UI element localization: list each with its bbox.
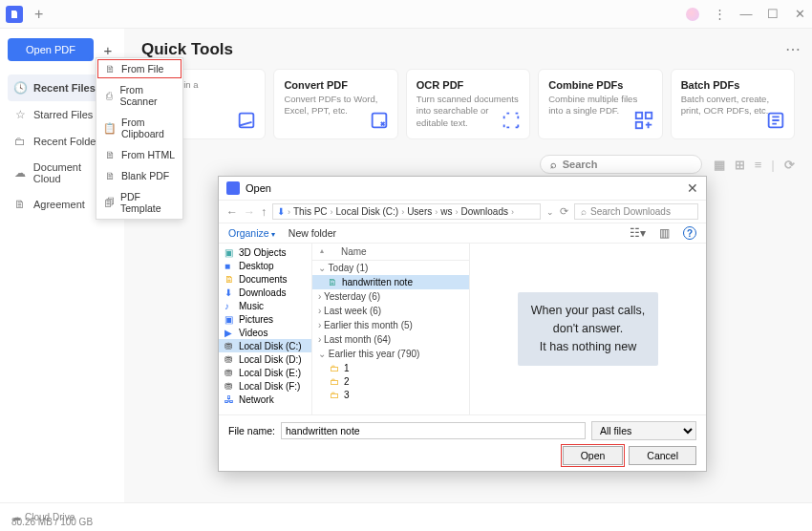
breadcrumb-segment[interactable]: Users xyxy=(407,206,432,217)
file-group[interactable]: Earlier this year (790) xyxy=(312,347,469,361)
sidebar-icon: ☆ xyxy=(13,108,27,121)
breadcrumb-segment[interactable]: Local Disk (C:) xyxy=(336,206,399,217)
file-group[interactable]: Yesterday (6) xyxy=(312,289,469,304)
nav-up-button[interactable]: ↑ xyxy=(261,205,267,219)
preview-line: It has nothing new xyxy=(531,338,646,356)
dropdown-icon: 🗎 xyxy=(104,170,116,181)
file-group[interactable]: Last week (6) xyxy=(312,304,469,318)
dropdown-item-pdf-template[interactable]: 🗐PDF Template xyxy=(96,186,182,219)
dialog-search-input[interactable]: ⌕ Search Downloads xyxy=(574,203,698,220)
breadcrumb-segment[interactable]: ws xyxy=(440,206,452,217)
tree-item[interactable]: ♪Music xyxy=(219,299,311,312)
view-list-icon[interactable]: ≡ xyxy=(755,158,762,172)
tool-icon xyxy=(765,110,786,131)
nav-back-button[interactable]: ← xyxy=(226,205,238,219)
tree-item[interactable]: 🗎Documents xyxy=(219,272,311,286)
tool-icon xyxy=(633,110,654,131)
tree-label: Local Disk (E:) xyxy=(239,368,301,378)
cancel-button[interactable]: Cancel xyxy=(629,446,696,465)
folder-icon: 🗀 xyxy=(330,363,340,373)
tree-item[interactable]: ■Desktop xyxy=(219,259,311,272)
close-button[interactable]: ✕ xyxy=(793,7,806,21)
tree-item[interactable]: 🖧Network xyxy=(219,393,311,406)
breadcrumb-dropdown[interactable]: ⌄ xyxy=(546,207,554,217)
tool-icon xyxy=(501,110,522,131)
filetype-select[interactable]: All files xyxy=(591,421,696,440)
dialog-close-button[interactable]: ✕ xyxy=(687,181,698,196)
tool-card[interactable]: Batch PDFsBatch convert, create, print, … xyxy=(671,69,795,139)
svg-rect-3 xyxy=(645,113,651,118)
folder-icon: 🗀 xyxy=(330,390,340,400)
new-tab-button[interactable]: + xyxy=(34,6,43,23)
dropdown-icon: 🗎 xyxy=(104,63,116,74)
sidebar-item-label: Starred Files xyxy=(33,109,93,120)
tree-item[interactable]: ▣3D Objects xyxy=(219,245,311,259)
add-button[interactable]: + xyxy=(99,42,117,58)
folder-icon: ⛃ xyxy=(224,381,235,392)
folder-item[interactable]: 🗀3 xyxy=(312,388,469,401)
file-label: handwritten note xyxy=(342,277,413,287)
preview-line: When your past calls, xyxy=(531,302,646,320)
search-icon: ⌕ xyxy=(581,206,587,217)
tool-card[interactable]: Convert PDFConvert PDFs to Word, Excel, … xyxy=(273,69,397,139)
folder-icon: ⛃ xyxy=(224,354,235,365)
account-icon[interactable] xyxy=(686,8,699,21)
tree-item[interactable]: ▶Videos xyxy=(219,326,311,339)
tree-item[interactable]: ⬇Downloads xyxy=(219,286,311,299)
refresh-button[interactable]: ⟳ xyxy=(560,205,568,218)
breadcrumb-segment[interactable]: This PC xyxy=(293,206,328,217)
tree-label: Music xyxy=(239,301,264,311)
search-icon: ⌕ xyxy=(550,159,557,170)
tree-item[interactable]: ⛃Local Disk (F:) xyxy=(219,379,311,393)
tree-item[interactable]: ▣Pictures xyxy=(219,312,311,326)
folder-item[interactable]: 🗀1 xyxy=(312,361,469,374)
file-group[interactable]: Last month (64) xyxy=(312,332,469,347)
tree-item[interactable]: ⛃Local Disk (E:) xyxy=(219,366,311,379)
file-group[interactable]: Today (1) xyxy=(312,261,469,275)
minimize-button[interactable]: — xyxy=(739,7,753,21)
file-item[interactable]: 🗎handwritten note xyxy=(312,275,469,289)
tree-label: Documents xyxy=(239,274,288,285)
organize-menu[interactable]: Organize xyxy=(228,227,275,239)
sidebar-item-label: Recent Files xyxy=(33,82,96,94)
tool-title: Batch PDFs xyxy=(681,79,784,91)
tool-card[interactable]: Combine PDFsCombine multiple files into … xyxy=(538,69,662,139)
file-group[interactable]: Earlier this month (5) xyxy=(312,318,469,332)
help-icon[interactable]: ? xyxy=(683,226,696,240)
open-button[interactable]: Open xyxy=(563,446,624,465)
breadcrumb-segment[interactable]: Downloads xyxy=(461,206,508,217)
dropdown-label: PDF Template xyxy=(120,191,175,214)
dropdown-item-from-html[interactable]: 🗎From HTML xyxy=(96,144,182,165)
open-pdf-button[interactable]: Open PDF xyxy=(8,38,94,61)
breadcrumb[interactable]: ⬇ ›This PC›Local Disk (C:)›Users›ws›Down… xyxy=(272,203,541,220)
name-column-header[interactable]: Name xyxy=(341,246,367,257)
dropdown-item-blank-pdf[interactable]: 🗎Blank PDF xyxy=(96,165,182,186)
dropdown-label: Blank PDF xyxy=(121,170,169,181)
tree-item[interactable]: ⛃Local Disk (D:) xyxy=(219,352,311,366)
view-grid-icon[interactable]: ▦ xyxy=(714,158,725,172)
refresh-icon[interactable]: ⟳ xyxy=(784,158,795,172)
view-thumb-icon[interactable]: ⊞ xyxy=(735,158,745,172)
dropdown-item-from-clipboard[interactable]: 📋From Clipboard xyxy=(96,112,182,144)
tool-card[interactable]: OCR PDFTurn scanned documents into searc… xyxy=(406,69,530,139)
content-menu-dots[interactable]: ⋯ xyxy=(785,40,802,58)
dropdown-item-from-file[interactable]: 🗎From File xyxy=(96,58,182,79)
search-input[interactable]: ⌕ Search xyxy=(540,155,702,174)
folder-icon: ▣ xyxy=(224,247,235,258)
maximize-button[interactable]: ☐ xyxy=(766,7,780,21)
new-folder-button[interactable]: New folder xyxy=(288,227,336,239)
folder-item[interactable]: 🗀2 xyxy=(312,374,469,388)
folder-icon: ♪ xyxy=(224,301,235,311)
dropdown-icon: ⎙ xyxy=(104,90,114,101)
filename-input[interactable] xyxy=(281,422,586,439)
menu-dots[interactable]: ⋮ xyxy=(713,7,726,21)
sidebar-icon: ☁ xyxy=(13,166,27,180)
dropdown-icon: 📋 xyxy=(104,122,116,134)
tree-item[interactable]: ⛃Local Disk (C:) xyxy=(219,339,311,352)
view-options-icon[interactable]: ☷▾ xyxy=(630,226,646,240)
dropdown-label: From File xyxy=(121,63,163,74)
dropdown-item-from-scanner[interactable]: ⎙From Scanner xyxy=(96,79,182,112)
nav-forward-button[interactable]: → xyxy=(244,205,255,219)
preview-pane-icon[interactable]: ▥ xyxy=(659,226,670,240)
tree-label: Local Disk (C:) xyxy=(239,341,302,351)
